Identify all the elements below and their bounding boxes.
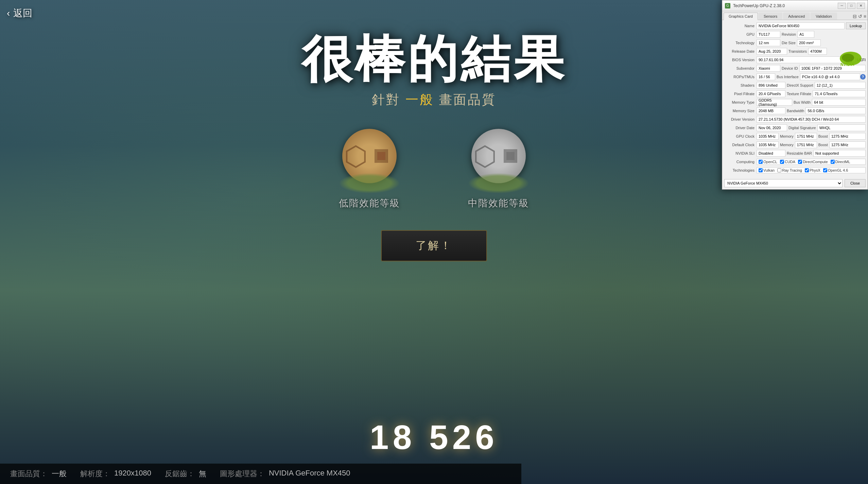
gpuz-driver-version-label: Driver Version	[724, 117, 757, 121]
gpuz-memtype-label: Memory Type	[724, 100, 757, 104]
game-subtitle: 針對 一般 畫面品質	[372, 91, 496, 108]
opengl-checkbox[interactable]: OpenGL 4.6	[823, 168, 848, 172]
medal-low-label: 低階效能等級	[339, 197, 400, 210]
refresh-icon[interactable]: ↺	[858, 14, 862, 19]
gpuz-title: TechPowerUp GPU-Z 2.38.0	[733, 3, 835, 8]
gpuz-close-btn[interactable]: Close	[845, 179, 866, 187]
tab-validation[interactable]: Validation	[811, 13, 837, 20]
gpuz-body: NVIDIA Name NVIDIA GeForce MX450 Lookup …	[722, 20, 868, 177]
close-button[interactable]: ✕	[857, 3, 865, 9]
gpuz-name-row: Name NVIDIA GeForce MX450 Lookup	[724, 22, 866, 30]
nvidia-logo: NVIDIA	[837, 47, 864, 71]
gpu-bottom-label: 圖形處理器：	[220, 469, 265, 479]
directcompute-checkbox-input[interactable]	[798, 160, 802, 164]
gpuz-revision-value: A1	[797, 31, 814, 38]
gpuz-device-id-label: Device ID	[780, 66, 799, 70]
medal-mid: 中階效能等級	[468, 129, 529, 210]
gpuz-transistors-label: Transistors	[787, 49, 808, 53]
tab-graphics-card[interactable]: Graphics Card	[724, 13, 758, 20]
gpuz-revision-label: Revision	[780, 32, 797, 36]
gpuz-memory-clock-value: 1751 MHz	[795, 133, 817, 140]
gpuz-memtype-value: GDDR5 (Samsung)	[757, 99, 792, 106]
gpuz-boost-label: Boost	[817, 134, 829, 138]
gpuz-gpu-clock-value: 1035 MHz	[757, 133, 779, 140]
opencl-checkbox-input[interactable]	[759, 160, 763, 164]
back-button[interactable]: ‹ 返回	[7, 7, 32, 20]
directcompute-checkbox[interactable]: DirectCompute	[798, 160, 828, 164]
cuda-checkbox-input[interactable]	[780, 160, 784, 164]
gpuz-titlebar: G TechPowerUp GPU-Z 2.38.0 ─ □ ✕	[722, 0, 868, 11]
bottom-info-gpu: 圖形處理器： NVIDIA GeForce MX450	[220, 469, 350, 479]
bottom-bar: 畫面品質： 一般 解析度： 1920x1080 反鋸齒： 無 圖形處理器： NV…	[0, 464, 521, 484]
gpuz-fillrate-row: Pixel Fillrate 20.4 GPixel/s Texture Fil…	[724, 90, 866, 98]
gpuz-subvendor-value: Xiaomi	[757, 65, 780, 72]
gpuz-bios-value: 90.17.61.00.94	[757, 56, 845, 63]
aa-label: 反鋸齒：	[165, 469, 195, 479]
gpuz-directx-label: DirectX Support	[785, 83, 815, 87]
subtitle-suffix: 畫面品質	[439, 92, 496, 107]
gpuz-default-boost-value: 1275 MHz	[829, 141, 866, 148]
tab-advanced[interactable]: Advanced	[783, 13, 810, 20]
cuda-checkbox[interactable]: CUDA	[780, 160, 795, 164]
tab-sensors[interactable]: Sensors	[759, 13, 782, 20]
gpuz-technologies-row: Technologies Vulkan Ray Tracing PhysX Op…	[724, 167, 866, 174]
gpuz-boost-value: 1275 MHz	[829, 133, 866, 140]
physx-checkbox[interactable]: PhysX	[805, 168, 820, 172]
physx-checkbox-input[interactable]	[805, 168, 809, 172]
quality-label: 畫面品質：	[10, 469, 48, 479]
gpuz-window: G TechPowerUp GPU-Z 2.38.0 ─ □ ✕ Graphic…	[722, 0, 868, 190]
gpuz-bios-label: BIOS Version	[724, 58, 757, 62]
ray-tracing-checkbox[interactable]: Ray Tracing	[777, 168, 802, 172]
score-display: 18 526	[370, 418, 498, 457]
vulkan-label: Vulkan	[763, 168, 775, 172]
game-title: 很棒的結果	[301, 34, 567, 84]
gpuz-name-label: Name	[724, 24, 757, 28]
gpuz-technologies-label: Technologies	[724, 168, 757, 172]
gpuz-footer: NVIDIA GeForce MX450 Close	[722, 177, 868, 189]
bottom-info-aa: 反鋸齒： 無	[165, 469, 206, 479]
directml-label: DirectML	[835, 160, 850, 164]
question-mark-icon[interactable]: ?	[860, 74, 866, 80]
gpuz-default-clock-value: 1035 MHz	[757, 141, 779, 148]
vulkan-checkbox-input[interactable]	[759, 168, 763, 172]
gpuz-computing-row: Computing OpenCL CUDA DirectCompute Dire…	[724, 158, 866, 166]
gpuz-name-value: NVIDIA GeForce MX450	[757, 22, 845, 29]
gpuz-window-controls: ─ □ ✕	[838, 3, 865, 9]
directml-checkbox-input[interactable]	[831, 160, 835, 164]
gpuz-driver-date-label: Driver Date	[724, 126, 757, 130]
ray-tracing-checkbox-input[interactable]	[777, 168, 781, 172]
gpuz-memtype-row: Memory Type GDDR5 (Samsung) Bus Width 64…	[724, 99, 866, 106]
screenshot-icon[interactable]: ⊟	[853, 14, 857, 19]
resolution-value: 1920x1080	[114, 469, 151, 479]
gpuz-shaders-value: 896 Unified	[757, 82, 785, 89]
gpuz-shaders-row: Shaders 896 Unified DirectX Support 12 (…	[724, 82, 866, 89]
menu-icon[interactable]: ≡	[864, 14, 866, 19]
gpuz-sli-label: NVIDIA SLI	[724, 151, 757, 155]
gpuz-gpu-select[interactable]: NVIDIA GeForce MX450	[724, 179, 843, 187]
directml-checkbox[interactable]: DirectML	[831, 160, 850, 164]
svg-point-5	[842, 54, 854, 62]
restore-button[interactable]: □	[847, 3, 855, 9]
gpuz-lookup-btn[interactable]: Lookup	[846, 22, 866, 29]
gpuz-driver-date-row: Driver Date Nov 06, 2020 Digital Signatu…	[724, 124, 866, 132]
gpuz-buswidth-value: 64 bit	[812, 99, 866, 106]
medals-row: 低階效能等級 中階效能等級	[339, 129, 529, 210]
gpuz-default-memory-label: Memory	[779, 143, 795, 147]
aa-value: 無	[199, 469, 206, 479]
ok-button[interactable]: 了解！	[381, 230, 487, 261]
gpuz-shaders-label: Shaders	[724, 83, 757, 87]
gpuz-technologies-values: Vulkan Ray Tracing PhysX OpenGL 4.6	[757, 167, 866, 173]
vulkan-checkbox[interactable]: Vulkan	[759, 168, 775, 172]
gpuz-default-memory-value: 1751 MHz	[795, 141, 817, 148]
gpuz-driver-date-value: Nov 06, 2020	[757, 124, 787, 131]
gpuz-digital-sig-value: WHQL	[817, 124, 866, 131]
gpuz-memsize-label: Memory Size	[724, 109, 757, 113]
gpuz-digital-sig-label: Digital Signature	[787, 126, 817, 130]
opengl-checkbox-input[interactable]	[823, 168, 827, 172]
gpuz-toolbar-icons: ⊟ ↺ ≡	[853, 13, 866, 20]
gpuz-bandwidth-label: Bandwidth	[785, 109, 805, 113]
opencl-checkbox[interactable]: OpenCL	[759, 160, 777, 164]
gpuz-gpu-value: TU117	[757, 31, 780, 38]
minimize-button[interactable]: ─	[838, 3, 846, 9]
svg-rect-1	[377, 152, 385, 160]
